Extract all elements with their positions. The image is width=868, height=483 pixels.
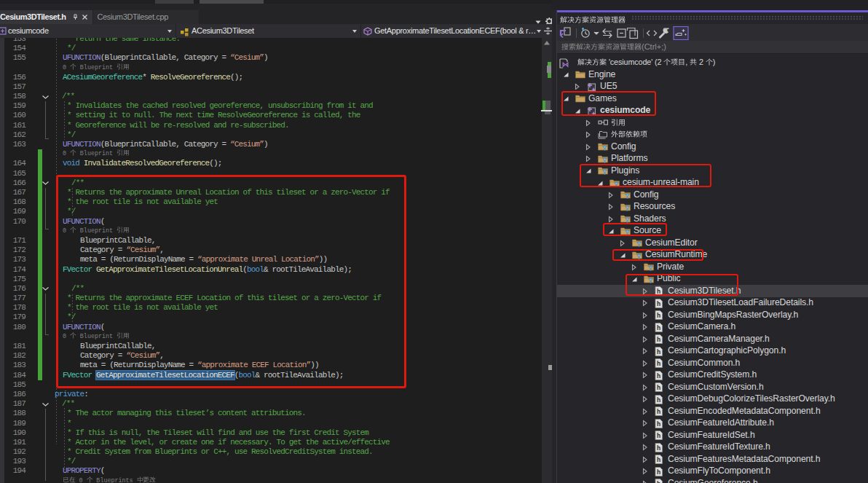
- svg-text:h: h: [657, 456, 660, 463]
- svg-text:h: h: [657, 360, 660, 367]
- svg-text:h: h: [657, 420, 660, 428]
- svg-text:h: h: [657, 348, 660, 356]
- svg-text:h: h: [657, 444, 660, 452]
- svg-text:h: h: [657, 372, 660, 380]
- svg-text:h: h: [657, 324, 660, 331]
- svg-text:h: h: [657, 312, 660, 319]
- svg-text:h: h: [657, 480, 660, 483]
- svg-text:h: h: [657, 408, 660, 415]
- svg-text:h: h: [657, 384, 660, 391]
- svg-text:h: h: [657, 432, 660, 439]
- svg-text:h: h: [657, 300, 660, 307]
- svg-text:h: h: [657, 468, 660, 476]
- svg-text:h: h: [657, 336, 660, 343]
- svg-text:h: h: [657, 396, 660, 404]
